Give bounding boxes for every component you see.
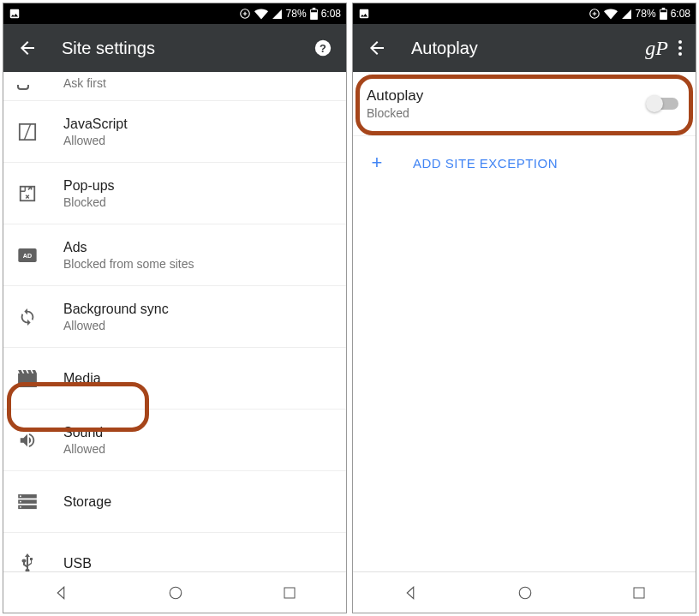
usb-icon [21, 553, 34, 571]
javascript-icon [18, 123, 37, 141]
toggle-sub: Blocked [367, 106, 648, 120]
svg-point-21 [519, 587, 531, 599]
setting-sub: Blocked [63, 195, 115, 209]
nav-bar [353, 571, 696, 613]
nav-recents-icon[interactable] [632, 586, 646, 600]
overflow-menu-icon[interactable] [678, 40, 682, 56]
page-title: Autoplay [411, 39, 478, 58]
setting-item-popups[interactable]: Pop-ups Blocked [3, 163, 346, 224]
add-exception-label: ADD SITE EXCEPTION [413, 156, 558, 170]
status-bar: 78% 6:08 [353, 3, 696, 24]
gp-logo: gP [645, 37, 668, 60]
battery-icon [660, 8, 667, 20]
svg-rect-17 [660, 10, 666, 13]
svg-rect-15 [284, 588, 295, 598]
settings-list: Ask first JavaScript Allowed Pop-ups Blo… [3, 72, 346, 571]
svg-point-20 [678, 52, 682, 56]
data-saver-icon [588, 8, 600, 20]
popup-icon [18, 184, 37, 203]
autoplay-toggle-row[interactable]: Autoplay Blocked [353, 72, 696, 136]
setting-label: Pop-ups [63, 178, 115, 194]
battery-icon [310, 8, 318, 20]
svg-point-18 [678, 40, 682, 44]
autoplay-content: Autoplay Blocked + ADD SITE EXCEPTION [353, 72, 696, 571]
phone-left: 78% 6:08 Site settings ? Ask first JavaS… [3, 3, 347, 613]
nav-back-icon[interactable] [403, 585, 418, 601]
media-icon [18, 370, 37, 387]
setting-label: Background sync [63, 302, 169, 317]
svg-point-12 [20, 500, 21, 502]
back-arrow-icon[interactable] [17, 38, 38, 58]
setting-item-storage[interactable]: Storage [3, 471, 346, 533]
signal-icon [621, 9, 632, 20]
svg-rect-22 [634, 588, 644, 598]
autoplay-switch[interactable] [648, 98, 678, 110]
svg-point-11 [20, 495, 21, 497]
status-bar: 78% 6:08 [3, 3, 346, 24]
setting-label: Sound [63, 425, 105, 440]
image-icon [358, 8, 370, 20]
image-icon [9, 8, 21, 20]
toggle-label: Autoplay [367, 87, 648, 105]
ads-icon: AD [18, 248, 37, 262]
signal-icon [272, 9, 283, 20]
svg-rect-5 [21, 186, 35, 200]
setting-item-background-sync[interactable]: Background sync Allowed [3, 286, 346, 348]
nav-bar [3, 571, 346, 613]
partial-sub: Ask first [63, 76, 106, 90]
setting-item-partial[interactable]: Ask first [3, 72, 346, 101]
setting-item-media[interactable]: Media [3, 348, 346, 410]
setting-sub: Allowed [63, 134, 128, 147]
setting-item-javascript[interactable]: JavaScript Allowed [3, 101, 346, 163]
setting-label: Ads [63, 240, 194, 255]
battery-percent: 78% [286, 8, 307, 20]
phone-right: 78% 6:08 Autoplay gP Autoplay Blocked + … [352, 3, 696, 613]
svg-point-19 [678, 46, 682, 50]
app-bar: Site settings ? [3, 24, 346, 72]
plus-icon: + [367, 152, 387, 174]
svg-point-13 [20, 505, 21, 507]
setting-sub: Allowed [63, 319, 169, 332]
location-icon-partial [17, 85, 29, 90]
setting-item-ads[interactable]: AD Ads Blocked from some sites [3, 224, 346, 286]
setting-sub: Blocked from some sites [63, 257, 194, 271]
setting-item-sound[interactable]: Sound Allowed [3, 410, 346, 471]
status-time: 6:08 [321, 8, 341, 20]
svg-text:AD: AD [23, 252, 32, 259]
add-site-exception-row[interactable]: + ADD SITE EXCEPTION [353, 136, 696, 189]
nav-home-icon[interactable] [517, 585, 533, 601]
svg-point-14 [170, 587, 182, 599]
page-title: Site settings [62, 39, 155, 58]
nav-home-icon[interactable] [168, 585, 183, 601]
nav-recents-icon[interactable] [283, 586, 296, 600]
data-saver-icon [239, 8, 251, 20]
help-icon[interactable]: ? [314, 39, 332, 57]
setting-label: JavaScript [63, 117, 128, 132]
app-bar: Autoplay gP [353, 24, 696, 72]
sound-icon [18, 431, 37, 450]
sync-icon [18, 308, 37, 326]
wifi-icon [254, 9, 268, 20]
svg-text:?: ? [320, 42, 326, 55]
wifi-icon [604, 9, 618, 20]
back-arrow-icon[interactable] [367, 38, 387, 58]
setting-item-usb[interactable]: USB [3, 533, 346, 571]
setting-label: USB [63, 553, 92, 571]
storage-icon [18, 494, 37, 510]
status-time: 6:08 [671, 8, 690, 20]
battery-percent: 78% [636, 8, 656, 20]
setting-label: Media [63, 368, 101, 389]
svg-rect-1 [311, 10, 317, 13]
setting-label: Storage [63, 492, 111, 512]
nav-back-icon[interactable] [53, 585, 69, 601]
setting-sub: Allowed [63, 442, 105, 456]
